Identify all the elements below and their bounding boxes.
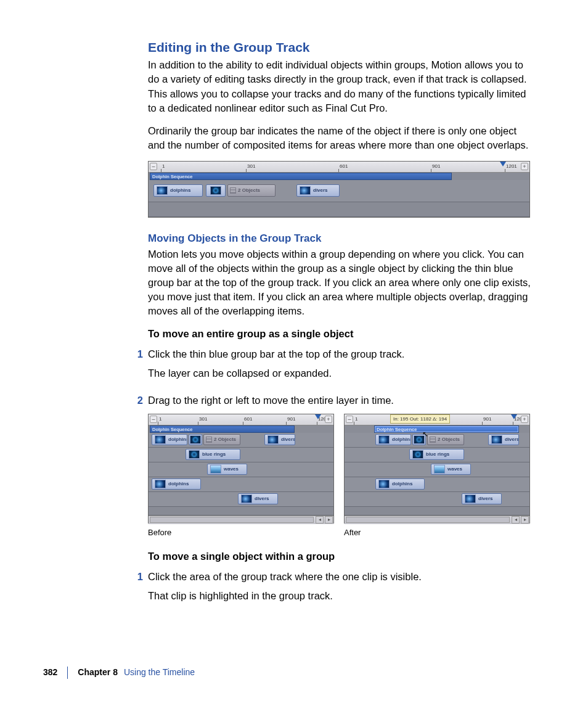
clip-label: 2 Objects: [238, 187, 260, 194]
clip-label: 2 Objects: [214, 436, 236, 443]
scroll-right-icon: ▸: [521, 516, 529, 523]
clip-thumbnail-only: [206, 184, 226, 197]
clip-divers: divers: [264, 434, 295, 445]
step-number: 1: [137, 570, 148, 609]
clip-blue-rings: blue rings: [186, 449, 240, 460]
section-heading: Editing in the Group Track: [148, 38, 536, 56]
page-content: Editing in the Group Track In addition t…: [148, 38, 536, 615]
group-bar: Dolphin Sequence: [150, 425, 295, 433]
step-number: 1: [137, 347, 148, 387]
clip-waves: waves: [207, 464, 247, 475]
timeline-scrollbar: ◂ ▸: [149, 515, 333, 524]
ruler-tick: 301: [199, 416, 207, 422]
clip-label: divers: [281, 436, 295, 443]
clip-waves: waves: [431, 464, 471, 475]
clip-label: divers: [255, 495, 269, 502]
clip-multi: 2 Objects: [203, 434, 240, 445]
ruler-tick: 901: [432, 163, 440, 170]
playhead-icon: [511, 414, 517, 419]
multi-icon: [230, 187, 236, 194]
scroll-left-icon: ◂: [316, 516, 324, 523]
ruler-tick: 1: [162, 163, 165, 170]
chapter-title: Using the Timeline: [124, 667, 195, 679]
group-bar-selected: Dolphin Sequence: [374, 425, 519, 433]
figure-before-after: – 1 301 601 901 1201 + Dolphin Sequence …: [148, 414, 536, 538]
clip-dolphins: dolphins: [375, 434, 411, 445]
clip-label: 2 Objects: [438, 436, 460, 443]
ruler-tick: 1201: [506, 163, 517, 170]
scroll-right-icon: ▸: [325, 516, 333, 523]
clip-label: dolphins: [392, 436, 411, 443]
intro-paragraph-2: Ordinarily the group bar indicates the n…: [148, 124, 536, 152]
group-bar: Dolphin Sequence: [150, 173, 452, 180]
clip-multi-objects: 2 Objects: [227, 184, 276, 197]
page-number: 382: [43, 667, 57, 679]
page-footer: 382 Chapter 8 Using the Timeline: [43, 667, 195, 679]
zoom-out-icon: –: [150, 163, 157, 170]
playhead-icon: [500, 162, 506, 166]
ruler-tick: 301: [247, 163, 255, 170]
step-text: Click the area of the group track where …: [148, 570, 536, 584]
subsection-heading: Moving Objects in the Group Track: [148, 231, 536, 246]
clip-thumbnail: [157, 186, 168, 195]
zoom-out-icon: –: [150, 416, 157, 423]
clip-dolphins-2: dolphins: [152, 478, 201, 490]
clip-divers-2: divers: [462, 493, 502, 504]
figure-group-track-collapsed: – 1 301 601 901 1201 + Dolphin Sequence …: [148, 161, 530, 218]
clip-label: blue rings: [426, 451, 449, 458]
step-text: Drag to the right or left to move the en…: [148, 393, 536, 408]
task-heading-2: To move a single object within a group: [148, 549, 536, 564]
clip-dolphins: dolphins: [153, 184, 203, 197]
zoom-in-icon: +: [521, 163, 528, 170]
zoom-out-icon: –: [346, 416, 353, 423]
ruler-tick: 601: [340, 163, 348, 170]
task-heading: To move an entire group as a single obje…: [148, 327, 536, 341]
timeline-ruler: – 1 301 601 901 1201 +: [149, 414, 333, 425]
footer-divider: [67, 667, 68, 679]
step-1: 1 Click the thin blue group bar at the t…: [148, 347, 536, 387]
clip-divers: divers: [296, 184, 340, 197]
timeline-ruler: – In: 195 Out: 1182 Δ: 194 1 901 1201 +: [345, 414, 529, 425]
ruler-tick: 901: [287, 416, 295, 422]
clip-thumbnail: [300, 186, 311, 195]
drag-tooltip: In: 195 Out: 1182 Δ: 194: [390, 414, 450, 424]
zoom-in-icon: +: [325, 416, 332, 423]
clip-label: divers: [505, 436, 519, 443]
figure-before: – 1 301 601 901 1201 + Dolphin Sequence …: [148, 414, 334, 538]
clip-label: divers: [313, 187, 328, 194]
figure-caption-before: Before: [148, 527, 334, 538]
step-text: Click the thin blue group bar at the top…: [148, 347, 536, 361]
chapter-label: Chapter 8: [78, 667, 118, 679]
clip-label: dolphins: [168, 480, 189, 487]
ruler-tick: 1: [355, 416, 357, 422]
intro-paragraph-1: In addition to the ability to edit indiv…: [148, 58, 536, 115]
clip-label: divers: [478, 495, 493, 502]
timeline-scrollbar: ◂ ▸: [345, 515, 529, 524]
clip-multi: 2 Objects: [427, 434, 464, 445]
clip-divers: divers: [488, 434, 519, 445]
step-subtext: The layer can be collapsed or expanded.: [148, 366, 536, 380]
clip-dolphins-2: dolphins: [375, 478, 425, 490]
ruler-tick: 901: [483, 416, 491, 422]
ruler-tick: 1: [159, 416, 161, 422]
playhead-icon: [315, 414, 321, 419]
clip-thumb: [189, 434, 202, 445]
step-subtext: That clip is highlighted in the group tr…: [148, 589, 536, 603]
ruler-tick: 601: [244, 416, 252, 422]
subsection-paragraph: Motion lets you move objects within a gr…: [148, 247, 536, 318]
figure-after: – In: 195 Out: 1182 Δ: 194 1 901 1201 + …: [344, 414, 530, 538]
zoom-in-icon: +: [521, 416, 528, 423]
timeline-ruler: – 1 301 601 901 1201 +: [149, 162, 529, 173]
clip-label: dolphins: [170, 187, 190, 194]
clip-thumbnail: [210, 186, 221, 195]
clip-label: dolphins: [392, 480, 412, 487]
clip-divers-2: divers: [238, 493, 278, 504]
clip-label: dolphins: [168, 436, 187, 443]
step-number: 2: [137, 393, 148, 408]
scroll-left-icon: ◂: [512, 516, 520, 523]
figure-caption-after: After: [344, 527, 530, 538]
clip-label: blue rings: [202, 451, 226, 458]
clip-label: waves: [224, 466, 239, 472]
step-1b: 1 Click the area of the group track wher…: [148, 570, 536, 609]
clip-dolphins: dolphins: [152, 434, 187, 445]
